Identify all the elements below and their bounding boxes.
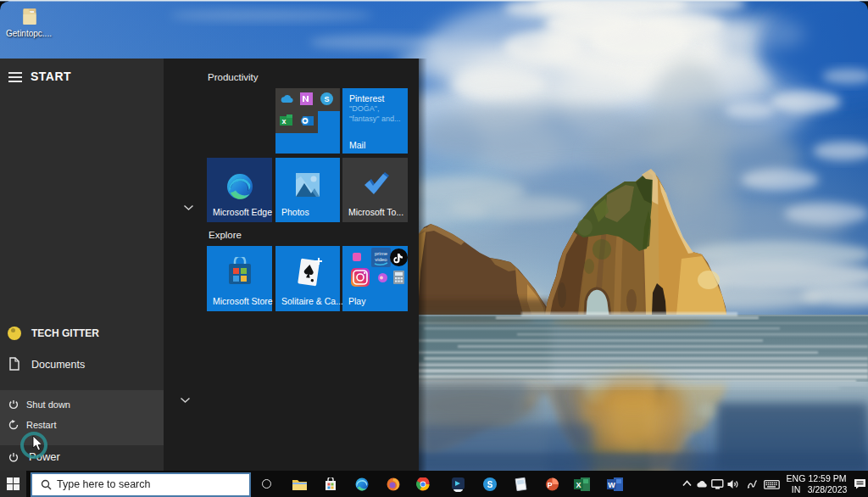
svg-text:x: x <box>281 117 286 126</box>
svg-text:video: video <box>375 257 387 262</box>
svg-text:P: P <box>547 481 552 489</box>
svg-text:S: S <box>487 480 493 489</box>
svg-text:S: S <box>324 95 329 103</box>
svg-text:W: W <box>608 481 615 489</box>
svg-text:prime: prime <box>375 251 388 256</box>
svg-text:X: X <box>576 481 581 489</box>
